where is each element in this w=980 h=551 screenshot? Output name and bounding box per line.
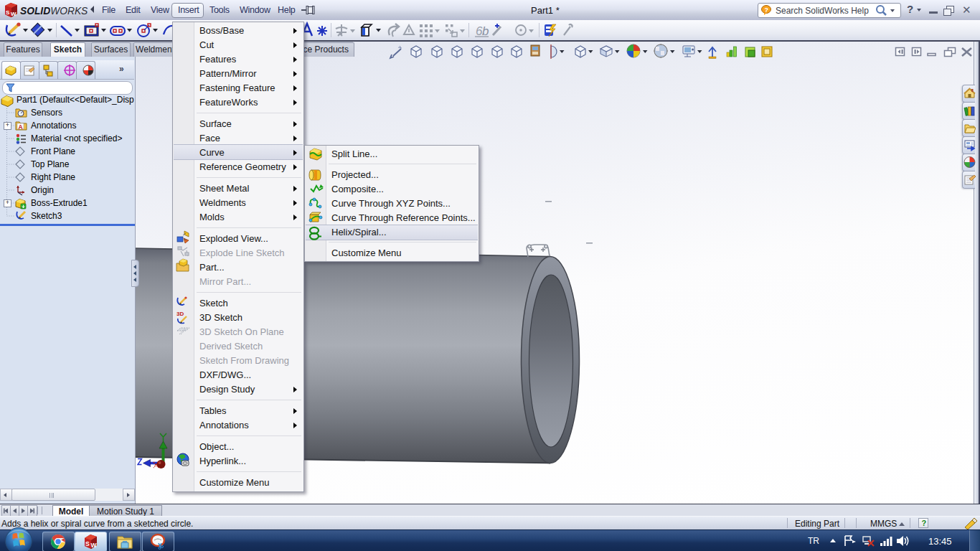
svg-text:?: ? bbox=[765, 6, 769, 14]
svg-text:S: S bbox=[6, 9, 10, 16]
svg-text:b: b bbox=[482, 24, 489, 38]
svg-text:S: S bbox=[85, 540, 90, 547]
svg-text:3D: 3D bbox=[176, 311, 184, 317]
svg-text:W: W bbox=[91, 542, 98, 549]
svg-text:W: W bbox=[11, 11, 17, 17]
